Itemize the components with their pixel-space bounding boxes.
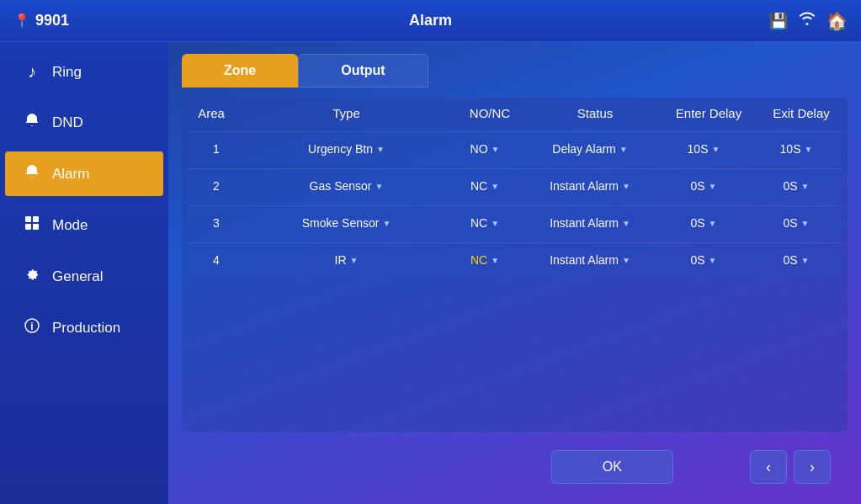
header-enter-delay: Enter Delay: [662, 106, 755, 120]
sidebar-item-mode[interactable]: Mode: [5, 203, 163, 247]
nonc-dropdown-arrow: ▼: [491, 182, 499, 191]
prev-button[interactable]: ‹: [750, 450, 787, 484]
row3-enter-delay[interactable]: 0S ▼: [657, 211, 750, 235]
sidebar-label-ring: Ring: [52, 64, 82, 81]
row3-type[interactable]: Smoke Sensor ▼: [246, 211, 447, 235]
mode-icon: [22, 215, 42, 236]
row1-nonc[interactable]: NO ▼: [447, 137, 523, 161]
alarm-icon: [22, 163, 42, 184]
bottom-center: OK: [475, 450, 751, 484]
row2-exit-delay[interactable]: 0S ▼: [750, 174, 842, 198]
row4-area: 4: [187, 248, 246, 272]
wifi-icon: [798, 11, 816, 30]
row2-enter-delay[interactable]: 0S ▼: [657, 174, 750, 198]
svg-rect-1: [25, 216, 31, 222]
device-id: 9901: [35, 12, 69, 29]
type-dropdown-arrow: ▼: [375, 182, 384, 191]
type-dropdown-arrow: ▼: [376, 145, 385, 154]
sidebar: ♪ Ring DND Alarm: [0, 42, 168, 504]
bottom-bar: OK ‹ ›: [182, 442, 848, 492]
svg-rect-2: [33, 216, 39, 222]
sidebar-item-ring[interactable]: ♪ Ring: [5, 50, 163, 93]
sidebar-item-production[interactable]: i Production: [5, 305, 163, 350]
nonc-dropdown-arrow: ▼: [491, 219, 499, 228]
production-icon: i: [22, 317, 42, 338]
next-button[interactable]: ›: [794, 450, 831, 484]
tab-output[interactable]: Output: [298, 54, 428, 88]
row4-type[interactable]: IR ▼: [246, 248, 447, 272]
sidebar-label-dnd: DND: [52, 114, 83, 131]
header-exit-delay: Exit Delay: [755, 106, 848, 120]
table-header: Area Type NO/NC Status Enter Delay Exit …: [182, 98, 848, 129]
content-area: Zone Output Area Type NO/NC Status Enter…: [168, 42, 861, 504]
nonc-dropdown-arrow: ▼: [492, 145, 500, 154]
row2-nonc[interactable]: NC ▼: [447, 174, 523, 198]
row3-nonc[interactable]: NC ▼: [447, 211, 523, 235]
row1-type[interactable]: Urgency Btn ▼: [246, 137, 447, 161]
sidebar-label-production: Production: [52, 320, 120, 337]
status-dropdown-arrow: ▼: [622, 182, 630, 191]
status-dropdown-arrow: ▼: [619, 145, 628, 154]
header-nonc: NO/NC: [452, 106, 528, 120]
enter-delay-arrow: ▼: [709, 256, 717, 265]
exit-delay-arrow: ▼: [801, 219, 810, 228]
sidebar-item-dnd[interactable]: DND: [5, 100, 163, 145]
nonc-dropdown-arrow: ▼: [491, 256, 499, 265]
tab-zone[interactable]: Zone: [182, 54, 298, 88]
table-row: 1 Urgency Btn ▼ NO ▼ Delay Alarm: [187, 131, 842, 166]
nav-buttons: ‹ ›: [750, 450, 831, 484]
row2-status[interactable]: Instant Alarm ▼: [523, 174, 657, 198]
svg-rect-4: [33, 224, 39, 230]
row1-enter-delay[interactable]: 10S ▼: [657, 137, 750, 161]
enter-delay-arrow: ▼: [712, 145, 720, 154]
tab-bar: Zone Output: [182, 54, 848, 88]
sidebar-label-mode: Mode: [52, 217, 88, 234]
row2-area: 2: [187, 174, 246, 198]
row4-nonc[interactable]: NC ▼: [447, 248, 523, 272]
svg-point-0: [30, 168, 34, 172]
header-type: Type: [241, 106, 452, 120]
header-area: Area: [182, 106, 241, 120]
type-dropdown-arrow: ▼: [350, 256, 359, 265]
svg-text:i: i: [30, 321, 33, 332]
type-dropdown-arrow: ▼: [382, 219, 391, 228]
header-right: 💾 🏠: [769, 11, 848, 31]
row4-enter-delay[interactable]: 0S ▼: [657, 248, 750, 272]
header: 📍 9901 Alarm 💾 🏠: [0, 0, 861, 42]
general-icon: [22, 266, 42, 287]
sidebar-label-alarm: Alarm: [52, 166, 89, 183]
location-icon: 📍: [13, 13, 30, 29]
table-row: 4 IR ▼ NC ▼ Instant Alarm ▼: [187, 242, 842, 277]
row3-status[interactable]: Instant Alarm ▼: [523, 211, 657, 235]
home-icon[interactable]: 🏠: [826, 11, 848, 31]
exit-delay-arrow: ▼: [801, 182, 810, 191]
sd-card-icon: 💾: [769, 12, 788, 30]
main-layout: ♪ Ring DND Alarm: [0, 42, 861, 504]
status-dropdown-arrow: ▼: [622, 219, 630, 228]
row3-area: 3: [187, 211, 246, 235]
exit-delay-arrow: ▼: [801, 256, 810, 265]
row2-type[interactable]: Gas Sensor ▼: [246, 174, 447, 198]
status-dropdown-arrow: ▼: [622, 256, 630, 265]
row1-exit-delay[interactable]: 10S ▼: [750, 137, 842, 161]
row3-exit-delay[interactable]: 0S ▼: [750, 211, 842, 235]
table-row: 2 Gas Sensor ▼ NC ▼ Instant Alarm: [187, 168, 842, 203]
row4-exit-delay[interactable]: 0S ▼: [750, 248, 842, 272]
exit-delay-arrow: ▼: [805, 145, 813, 154]
enter-delay-arrow: ▼: [709, 219, 717, 228]
enter-delay-arrow: ▼: [709, 182, 717, 191]
row1-area: 1: [187, 137, 246, 161]
row4-status[interactable]: Instant Alarm ▼: [523, 248, 657, 272]
svg-rect-3: [25, 224, 31, 230]
sidebar-label-general: General: [52, 268, 103, 285]
alarm-table: Area Type NO/NC Status Enter Delay Exit …: [182, 98, 848, 432]
row1-status[interactable]: Delay Alarm ▼: [523, 137, 657, 161]
ring-icon: ♪: [22, 62, 42, 82]
sidebar-item-alarm[interactable]: Alarm: [5, 151, 163, 196]
sidebar-item-general[interactable]: General: [5, 254, 163, 299]
header-title: Alarm: [409, 12, 452, 29]
header-status: Status: [528, 106, 662, 120]
header-left: 📍 9901: [13, 12, 69, 29]
ok-button[interactable]: OK: [551, 450, 673, 484]
table-row: 3 Smoke Sensor ▼ NC ▼ Instant Alarm: [187, 205, 842, 240]
